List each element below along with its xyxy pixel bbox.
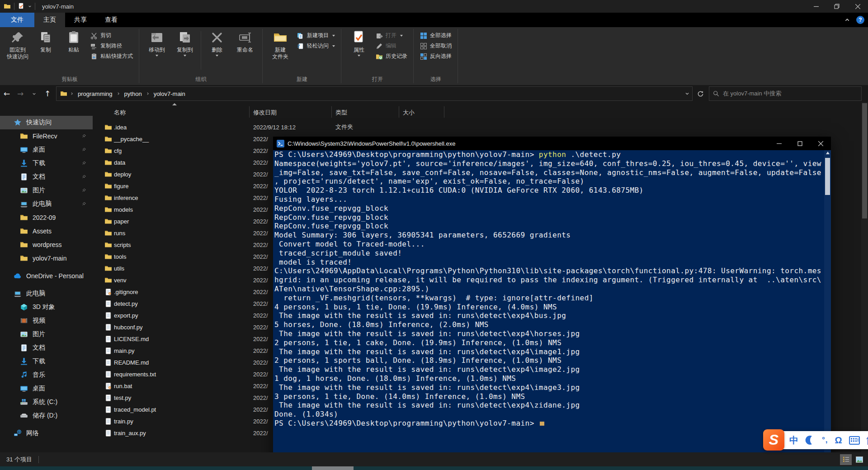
up-button[interactable]: ↑ bbox=[41, 87, 54, 100]
taskbar-edge[interactable] bbox=[0, 466, 868, 470]
breadcrumb-chevron-icon[interactable] bbox=[70, 92, 74, 95]
maximize-button[interactable] bbox=[789, 137, 810, 150]
new-item-button[interactable]: 新建项目 bbox=[294, 30, 338, 41]
breadcrumb-item[interactable]: yolov7-main bbox=[150, 90, 189, 97]
ime-chinese-mode[interactable]: 中 bbox=[789, 434, 798, 446]
console-scrollbar[interactable] bbox=[824, 150, 831, 470]
paste-button[interactable]: 粘贴 bbox=[60, 28, 88, 55]
tab-home[interactable]: 主页 bbox=[34, 13, 65, 27]
search-input[interactable]: 在 yolov7-main 中搜索 bbox=[709, 86, 862, 101]
minimize-button[interactable] bbox=[806, 0, 826, 13]
sidebar-item-下载[interactable]: 下载 bbox=[0, 157, 93, 170]
sidebar-item-3D 对象[interactable]: 3D 对象 bbox=[0, 300, 93, 314]
breadcrumb-chevron-icon[interactable] bbox=[146, 92, 150, 95]
address-dropdown-icon[interactable] bbox=[685, 91, 689, 96]
file-date: 2022/ bbox=[253, 336, 268, 342]
sidebar-item-2022-09[interactable]: 2022-09 bbox=[0, 211, 93, 224]
select-none-button[interactable]: 全部取消 bbox=[417, 41, 454, 51]
copy-path-button[interactable]: \\...复制路径 bbox=[88, 41, 136, 51]
sidebar-item-网络[interactable]: 网络 bbox=[0, 427, 93, 440]
invert-selection-button[interactable]: 反向选择 bbox=[417, 51, 454, 62]
sidebar-item-此电脑[interactable]: 此电脑 bbox=[0, 197, 93, 211]
scroll-up-icon[interactable] bbox=[826, 152, 830, 154]
sidebar-item-桌面[interactable]: 桌面 bbox=[0, 143, 93, 157]
edit-button[interactable]: 编辑 bbox=[373, 41, 410, 51]
history-button[interactable]: 历史记录 bbox=[373, 51, 410, 62]
breadcrumb-chevron-icon[interactable] bbox=[117, 92, 120, 95]
sidebar-item-储存 (D:)[interactable]: 储存 (D:) bbox=[0, 409, 93, 423]
copy-button[interactable]: 复制 bbox=[32, 28, 60, 55]
file-name: export.py bbox=[114, 312, 138, 319]
sidebar-item-图片[interactable]: 图片 bbox=[0, 184, 93, 197]
tab-share[interactable]: 共享 bbox=[65, 13, 96, 27]
close-button[interactable] bbox=[810, 137, 831, 150]
ime-punctuation-mode[interactable]: °, bbox=[822, 436, 828, 445]
details-view-button[interactable] bbox=[840, 454, 852, 465]
sidebar-item-图片[interactable]: 图片 bbox=[0, 328, 93, 341]
breadcrumb-item[interactable]: python bbox=[120, 90, 146, 97]
restore-button[interactable] bbox=[826, 0, 847, 13]
delete-button[interactable]: 删除 bbox=[203, 28, 231, 58]
cut-button[interactable]: 剪切 bbox=[88, 30, 136, 41]
sidebar-item-Assets[interactable]: Assets bbox=[0, 224, 93, 238]
open-button[interactable]: 打开 bbox=[373, 30, 410, 41]
powershell-title-bar[interactable]: C:\Windows\System32\WindowsPowerShell\v1… bbox=[273, 137, 831, 150]
ime-fullwidth-moon[interactable] bbox=[805, 435, 815, 445]
copy-to-button[interactable]: 复制到 bbox=[171, 28, 199, 58]
close-button[interactable] bbox=[847, 0, 868, 13]
scroll-thumb[interactable] bbox=[825, 158, 830, 195]
properties-quick-icon[interactable] bbox=[18, 3, 25, 10]
collapse-ribbon-icon[interactable] bbox=[844, 17, 850, 23]
sidebar-item-桌面[interactable]: 桌面 bbox=[0, 382, 93, 395]
paste-shortcut-button[interactable]: 粘贴快捷方式 bbox=[88, 51, 136, 62]
easy-access-button[interactable]: 轻松访问 bbox=[294, 41, 338, 51]
breadcrumb[interactable]: programmingpythonyolov7-main bbox=[56, 86, 693, 101]
sidebar-item-系统 (C:)[interactable]: 系统 (C:) bbox=[0, 395, 93, 409]
recent-locations-icon[interactable] bbox=[27, 87, 41, 100]
sidebar-item-wordpress[interactable]: wordpress bbox=[0, 238, 93, 252]
tab-file[interactable]: 文件 bbox=[0, 13, 34, 27]
sidebar-item-文档[interactable]: 文档 bbox=[0, 341, 93, 355]
select-all-button[interactable]: 全部选择 bbox=[417, 30, 454, 41]
refresh-icon[interactable] bbox=[693, 87, 707, 100]
console-output[interactable]: PS C:\Users\24969\Desktop\programming\py… bbox=[273, 150, 831, 470]
minimize-button[interactable] bbox=[769, 137, 789, 150]
sidebar-item-文档[interactable]: 文档 bbox=[0, 170, 93, 184]
properties-button[interactable]: 属性 bbox=[345, 28, 373, 58]
rename-button[interactable]: 重命名 bbox=[231, 28, 259, 55]
ime-soft-keyboard[interactable] bbox=[849, 436, 860, 445]
column-divider[interactable] bbox=[249, 106, 250, 118]
sidebar-item-音乐[interactable]: 音乐 bbox=[0, 368, 93, 382]
sidebar-item-FileRecv[interactable]: FileRecv bbox=[0, 129, 93, 143]
new-folder-button[interactable]: 新建文件夹 bbox=[266, 28, 294, 62]
column-divider[interactable] bbox=[444, 106, 444, 118]
help-icon[interactable]: ? bbox=[856, 16, 864, 24]
thumbnail-view-button[interactable] bbox=[854, 454, 865, 465]
sidebar-item-OneDrive - Personal[interactable]: OneDrive - Personal bbox=[0, 269, 93, 283]
sidebar-item-视频[interactable]: 视频 bbox=[0, 314, 93, 328]
column-header-type[interactable]: 类型 bbox=[335, 109, 347, 117]
column-header-date[interactable]: 修改日期 bbox=[253, 109, 277, 117]
scrollbar[interactable] bbox=[861, 102, 868, 452]
move-to-button[interactable]: 移动到 bbox=[143, 28, 171, 58]
open-icon bbox=[376, 32, 383, 39]
forward-button[interactable]: → bbox=[14, 87, 27, 100]
column-header-size[interactable]: 大小 bbox=[403, 109, 415, 117]
column-divider[interactable] bbox=[331, 106, 332, 118]
pin-to-quick-access-button[interactable]: 固定到快速访问 bbox=[4, 28, 32, 62]
sidebar-item-此电脑[interactable]: 此电脑 bbox=[0, 287, 93, 300]
sidebar-item-yolov7-main[interactable]: yolov7-main bbox=[0, 252, 93, 265]
ime-simplified-chinese[interactable]: 简 bbox=[867, 434, 868, 446]
breadcrumb-item[interactable]: programming bbox=[74, 90, 117, 97]
column-header-name[interactable]: 名称 bbox=[114, 109, 126, 117]
chevron-down-icon[interactable] bbox=[28, 5, 32, 8]
back-button[interactable]: ← bbox=[0, 87, 14, 100]
ime-symbol-omega[interactable]: Ω bbox=[835, 435, 842, 446]
sogou-logo-icon[interactable]: S bbox=[763, 429, 784, 451]
taskbar-button[interactable] bbox=[312, 466, 354, 470]
sidebar-item-quick-access[interactable]: 快速访问 bbox=[0, 116, 93, 129]
file-row[interactable]: .idea2022/9/12 18:12文件夹 bbox=[93, 121, 861, 133]
column-divider[interactable] bbox=[399, 106, 399, 118]
tab-view[interactable]: 查看 bbox=[96, 13, 127, 27]
sidebar-item-下载[interactable]: 下载 bbox=[0, 355, 93, 368]
